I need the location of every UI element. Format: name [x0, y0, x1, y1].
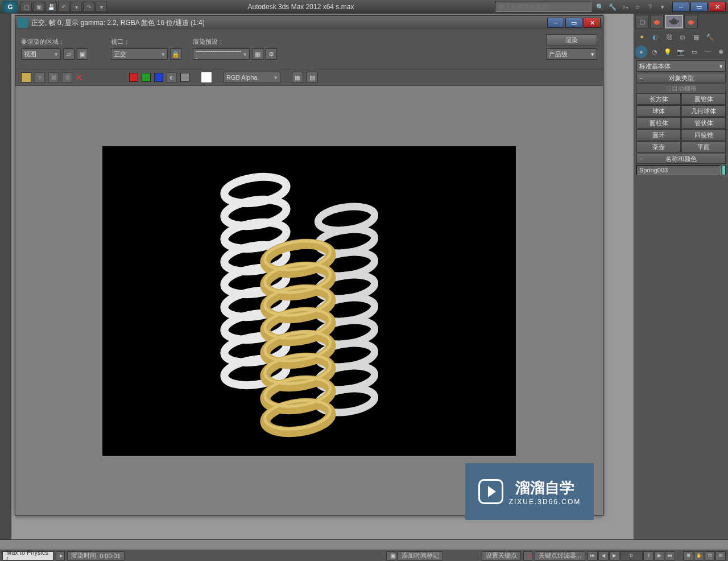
render-region-icon[interactable]: ▱ [63, 48, 75, 60]
channel-select[interactable]: RGB Alpha [224, 72, 280, 83]
next-frame-icon[interactable]: ▶ [654, 551, 664, 560]
goto-start-icon[interactable]: ⏮ [588, 551, 598, 560]
modify-tab-icon[interactable]: ◐ [649, 31, 661, 43]
help-icon[interactable]: ? [645, 2, 655, 12]
copy-icon[interactable]: ⎘ [35, 72, 45, 82]
primitive-sphere-button[interactable]: 球体 [636, 105, 681, 117]
lights-subtab-icon[interactable]: 💡 [662, 46, 674, 58]
primitive-box-button[interactable]: 长方体 [636, 93, 681, 105]
binoculars-icon[interactable]: 🔍 [595, 2, 605, 12]
primitive-plane-button[interactable]: 平面 [681, 141, 726, 152]
alpha-channel-icon[interactable]: ◐ [167, 72, 177, 82]
object-name-input[interactable] [636, 165, 721, 175]
primitive-geosphere-button[interactable]: 几何球体 [681, 105, 726, 117]
goto-end-icon[interactable]: ⏭ [665, 551, 675, 560]
redo-icon[interactable]: ↷ [83, 2, 94, 12]
maximize-button[interactable]: ▭ [690, 2, 708, 12]
command-panel-tabs-extra: ▢ 🫖 🫖 [634, 14, 728, 30]
set-key-button[interactable]: 设置关键点 [482, 551, 521, 560]
key-filters-button[interactable]: 关键点过滤器... [535, 551, 585, 560]
extra-tab-2[interactable]: 🫖 [650, 15, 664, 28]
wrench-icon[interactable]: 🔧 [607, 2, 618, 12]
clone-icon[interactable]: ⛓ [48, 72, 59, 82]
viewport-lock-icon[interactable]: 🔒 [170, 48, 181, 60]
render-mode-select[interactable]: 产品级 [546, 48, 597, 60]
auto-grid-checkbox[interactable]: ☐ 自动栅格 [636, 83, 726, 93]
cameras-subtab-icon[interactable]: 📷 [675, 46, 687, 58]
extra-tab-teapot[interactable] [665, 15, 683, 28]
timeline-slider[interactable] [0, 539, 728, 550]
primitive-torus-button[interactable]: 圆环 [636, 129, 681, 141]
toggle1-icon[interactable]: ▦ [292, 72, 303, 83]
script-toggle-icon[interactable]: ▸ [56, 551, 65, 560]
undo-dropdown-icon[interactable]: ▾ [71, 2, 82, 12]
primitive-category-select[interactable]: 标准基本体 [636, 60, 726, 72]
maxscript-listener[interactable]: Max to Physics ( [2, 551, 53, 560]
help-dropdown-icon[interactable]: ▾ [657, 2, 668, 12]
display-tab-icon[interactable]: ▦ [690, 31, 702, 43]
clear-icon[interactable]: ✕ [76, 73, 82, 82]
blue-channel-button[interactable] [154, 73, 163, 82]
render-maximize-button[interactable]: ▭ [565, 18, 582, 28]
create-tab-icon[interactable]: ✦ [635, 31, 648, 43]
save-file-icon[interactable]: 💾 [46, 2, 57, 12]
geometry-subtab-icon[interactable]: ● [635, 46, 647, 58]
object-color-swatch[interactable] [722, 165, 726, 175]
render-button[interactable]: 渲染 [546, 34, 597, 46]
name-color-header[interactable]: − 名称和颜色 [636, 154, 726, 164]
preset-settings-icon[interactable]: ⚙ [266, 48, 277, 60]
primitive-cone-button[interactable]: 圆锥体 [681, 93, 726, 105]
helpers-subtab-icon[interactable]: ▭ [688, 46, 700, 58]
print-icon[interactable]: ⎙ [62, 72, 72, 82]
bg-color-swatch[interactable] [201, 72, 212, 83]
primitive-cylinder-button[interactable]: 圆柱体 [636, 117, 681, 129]
viewport-select[interactable]: 正交 [111, 48, 168, 60]
star-icon[interactable]: ☆ [632, 2, 643, 12]
render-minimize-button[interactable]: ─ [547, 18, 564, 28]
help-search-input[interactable] [495, 2, 592, 12]
redo-dropdown-icon[interactable]: ▾ [96, 2, 107, 12]
preset-select[interactable]: ----------------------- [193, 48, 250, 60]
undo-icon[interactable]: ↶ [58, 2, 69, 12]
object-type-header[interactable]: − 对象类型 [636, 73, 726, 83]
primitive-teapot-button[interactable]: 茶壶 [636, 141, 681, 152]
key-mode-icon[interactable]: ∿ [523, 551, 532, 560]
current-frame-input[interactable]: 0 [620, 551, 643, 560]
mono-channel-button[interactable] [180, 73, 189, 82]
motion-tab-icon[interactable]: ◎ [676, 31, 689, 43]
save-image-icon[interactable] [21, 72, 31, 82]
minimize-button[interactable]: ─ [672, 2, 689, 12]
hierarchy-tab-icon[interactable]: ⛓ [663, 31, 675, 43]
preset-icon1[interactable]: ▦ [252, 48, 263, 60]
prev-frame-icon[interactable]: ◀ [598, 551, 609, 560]
close-button[interactable]: ✕ [709, 2, 726, 12]
add-time-marker-button[interactable]: 添加时间标记 [398, 551, 443, 560]
render-close-button[interactable]: ✕ [584, 18, 601, 28]
render-viewport[interactable] [15, 86, 603, 515]
viewport-nav2-icon[interactable]: ✋ [694, 551, 704, 560]
spacewarps-subtab-icon[interactable]: 〰 [701, 46, 713, 58]
app-logo-icon[interactable]: G [2, 1, 18, 13]
systems-subtab-icon[interactable]: ✱ [715, 46, 727, 58]
timeline-marker-icon[interactable]: ▣ [386, 551, 395, 560]
utilities-tab-icon[interactable]: 🔨 [704, 31, 716, 43]
extra-tab-4[interactable]: 🫖 [684, 15, 698, 28]
shapes-subtab-icon[interactable]: ◔ [648, 46, 660, 58]
viewport-nav4-icon[interactable]: ⊞ [715, 551, 726, 560]
viewport-nav1-icon[interactable]: ⊞ [683, 551, 693, 560]
open-file-icon[interactable]: ▣ [33, 2, 44, 12]
play-icon[interactable]: ▶ [609, 551, 619, 560]
red-channel-button[interactable] [129, 73, 138, 82]
render-area-select[interactable]: 视图 [21, 48, 61, 60]
new-file-icon[interactable]: ▢ [20, 2, 32, 12]
render-window-titlebar[interactable]: 正交, 帧 0, 显示 gamma: 2.2, RGBA 颜色 16 位/通道 … [15, 16, 603, 30]
primitive-tube-button[interactable]: 管状体 [681, 117, 726, 129]
extra-tab-1[interactable]: ▢ [635, 15, 649, 28]
viewport-nav3-icon[interactable]: ⊡ [705, 551, 715, 560]
toggle2-icon[interactable]: ▤ [307, 72, 318, 83]
key-icon[interactable]: 🗝 [620, 2, 630, 12]
render-region2-icon[interactable]: ▣ [77, 48, 88, 60]
primitive-pyramid-button[interactable]: 四棱锥 [681, 129, 726, 141]
frame-spinner-icon[interactable]: ⇕ [643, 551, 653, 560]
green-channel-button[interactable] [142, 73, 151, 82]
